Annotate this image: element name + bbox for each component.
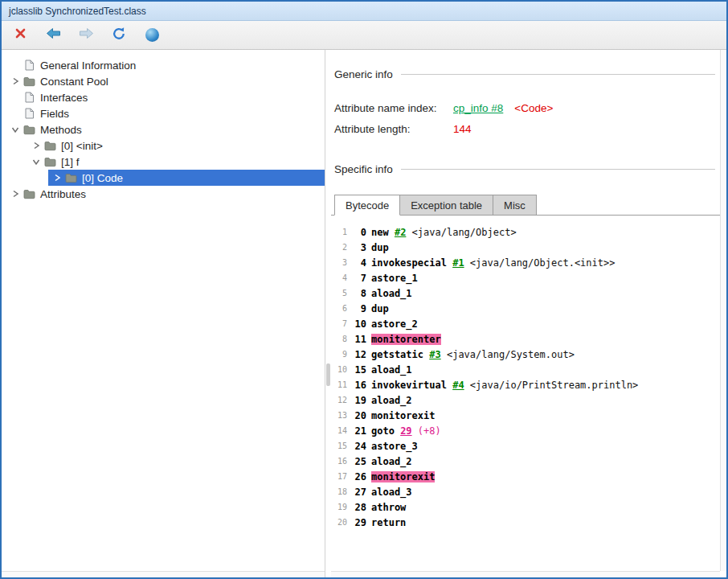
reload-button[interactable] [108,25,129,46]
bytecode-offset: 10 [347,318,366,330]
bytecode-line: 2029return [334,515,726,530]
chevron-right-icon[interactable] [29,141,43,150]
tree-item-content: General Information [6,57,325,73]
jclasslib-window: jclasslib SynchronizedTest.class General… [0,0,728,579]
tree-item[interactable]: Fields [2,105,325,121]
header-divider [401,169,715,170]
constant-pool-link[interactable]: #1 [452,257,464,269]
main-split: General InformationConstant PoolInterfac… [2,50,726,577]
constant-pool-link[interactable]: #4 [452,380,464,391]
constant-pool-link[interactable]: #3 [429,349,440,360]
tree-horizontal-scrollbar[interactable] [2,571,325,577]
tree-item[interactable]: General Information [2,57,325,73]
bytecode-offset: 16 [347,380,366,391]
specific-info-title: Specific info [334,163,393,175]
tree-item-label: Interfaces [40,92,88,104]
horizontal-scrollbar[interactable] [331,571,720,577]
tree-item-label: [0] <init> [61,140,103,152]
tree-item[interactable]: Methods [2,121,325,138]
bytecode-mnemonic: goto [371,425,395,437]
bytecode-offset: 15 [347,364,366,376]
branch-offset: (+8) [412,425,441,437]
bytecode-offset: 25 [347,456,366,467]
folder-icon [22,189,36,199]
bytecode-comment: <java/io/PrintStream.println> [464,380,639,391]
chevron-right-icon[interactable] [8,189,22,199]
tree-item-content: Interfaces [6,89,325,105]
attribute-type-value: <Code> [514,102,553,114]
bytecode-instruction: goto 29 (+8) [371,425,441,437]
tree-item-content: Fields [6,105,325,121]
bytecode-offset: 27 [347,487,366,498]
tab-bar: Bytecode Exception table Misc [334,195,726,216]
bytecode-line: 69dup [334,301,726,316]
bytecode-listing: 10new #2 <java/lang/Object>23dup34invoke… [334,224,726,530]
bytecode-line: 710astore_2 [334,316,726,331]
tree-item[interactable]: [1] f [2,154,325,170]
branch-target-link[interactable]: 29 [400,425,411,437]
tree-item[interactable]: Attributes [2,186,325,202]
chevron-down-icon[interactable] [8,125,22,134]
toolbar [2,21,726,50]
splitter-handle[interactable] [326,363,330,386]
bytecode-line: 34invokespecial #1 <java/lang/Object.<in… [334,255,726,270]
constant-pool-link[interactable]: #2 [395,227,406,238]
bytecode-mnemonic: athrow [371,502,406,513]
chevron-down-icon[interactable] [29,157,43,166]
constant-pool-ref-link[interactable]: cp_info #8 [453,102,503,114]
bytecode-instruction: invokespecial #1 <java/lang/Object.<init… [371,257,615,269]
tree-item[interactable]: [0] Code [2,170,325,186]
forward-button[interactable] [76,25,96,46]
bytecode-offset: 7 [347,273,366,284]
split-divider[interactable] [325,50,331,577]
arrow-right-icon [79,27,94,43]
bytecode-line-number: 5 [334,289,347,298]
bytecode-offset: 8 [347,288,366,299]
bytecode-mnemonic: monitorenter [371,334,441,345]
bytecode-instruction: aload_1 [371,364,412,376]
tree-item[interactable]: Interfaces [2,89,325,105]
bytecode-mnemonic: aload_2 [371,456,412,467]
bytecode-line: 1320monitorexit [334,408,726,423]
tab-exception-table[interactable]: Exception table [400,195,493,216]
bytecode-line-number: 17 [334,472,347,481]
bytecode-line: 23dup [334,240,726,255]
bytecode-line-number: 1 [334,228,347,236]
bytecode-mnemonic: aload_2 [371,395,412,406]
bytecode-mnemonic: invokespecial [371,257,447,269]
bytecode-mnemonic: new [371,227,389,238]
tree-item[interactable]: Constant Pool [2,73,325,89]
refresh-icon [112,27,126,44]
vertical-scrollbar[interactable] [720,50,726,571]
tab-misc[interactable]: Misc [493,195,537,216]
bytecode-line-number: 15 [334,441,347,450]
bytecode-line: 10new #2 <java/lang/Object> [334,224,726,240]
bytecode-panel: 10new #2 <java/lang/Object>23dup34invoke… [334,216,726,577]
close-icon [14,27,27,43]
header-divider [401,74,715,75]
chevron-right-icon[interactable] [50,173,63,183]
tree: General InformationConstant PoolInterfac… [2,57,325,202]
bytecode-instruction: dup [371,303,389,314]
bytecode-line: 1015aload_1 [334,362,726,377]
attribute-name-index-label: Attribute name index: [334,102,453,114]
close-button[interactable] [10,25,31,46]
browser-button[interactable] [141,25,162,46]
bytecode-offset: 0 [347,227,366,238]
title-bar[interactable]: jclasslib SynchronizedTest.class [2,2,726,21]
bytecode-line-number: 20 [334,518,347,527]
bytecode-instruction: astore_3 [371,441,418,452]
bytecode-mnemonic: monitorexit [371,410,435,421]
folder-icon [43,157,57,167]
chevron-right-icon[interactable] [8,76,22,86]
bytecode-line-number: 2 [334,243,347,252]
generic-info-header: Generic info [334,68,715,80]
bytecode-instruction: new #2 <java/lang/Object> [371,227,517,238]
bytecode-instruction: dup [371,242,389,253]
tab-bytecode[interactable]: Bytecode [334,195,400,216]
bytecode-offset: 21 [347,425,366,437]
window-title: jclasslib SynchronizedTest.class [9,6,146,17]
back-button[interactable] [43,25,63,46]
tree-item[interactable]: [0] <init> [2,138,325,154]
bytecode-offset: 11 [347,334,366,345]
